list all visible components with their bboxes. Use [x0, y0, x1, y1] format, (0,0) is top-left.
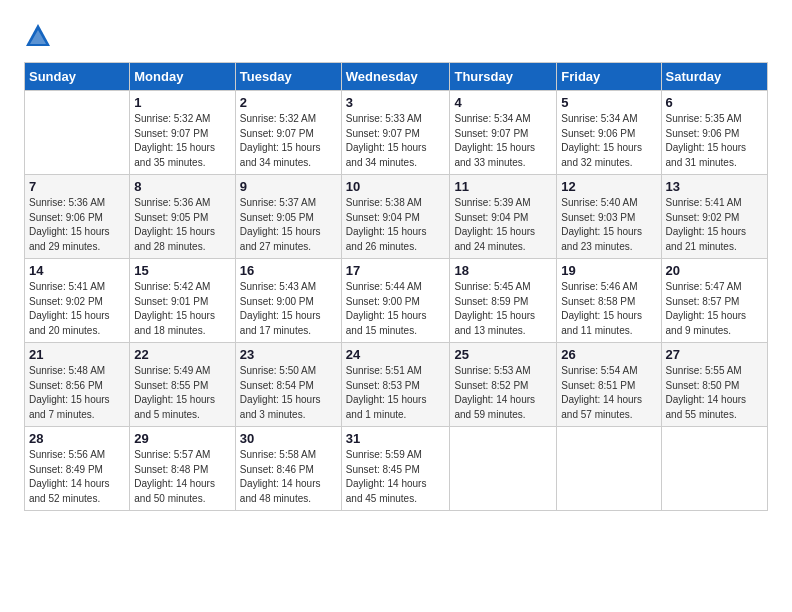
calendar-cell: 13Sunrise: 5:41 AM Sunset: 9:02 PM Dayli… [661, 175, 767, 259]
calendar-cell: 14Sunrise: 5:41 AM Sunset: 9:02 PM Dayli… [25, 259, 130, 343]
day-number: 29 [134, 431, 231, 446]
calendar-cell: 11Sunrise: 5:39 AM Sunset: 9:04 PM Dayli… [450, 175, 557, 259]
day-number: 28 [29, 431, 125, 446]
calendar-cell: 21Sunrise: 5:48 AM Sunset: 8:56 PM Dayli… [25, 343, 130, 427]
calendar-cell: 7Sunrise: 5:36 AM Sunset: 9:06 PM Daylig… [25, 175, 130, 259]
day-number: 12 [561, 179, 656, 194]
day-info: Sunrise: 5:34 AM Sunset: 9:07 PM Dayligh… [454, 112, 552, 170]
calendar-dow-thursday: Thursday [450, 63, 557, 91]
day-info: Sunrise: 5:47 AM Sunset: 8:57 PM Dayligh… [666, 280, 763, 338]
calendar-cell: 30Sunrise: 5:58 AM Sunset: 8:46 PM Dayli… [235, 427, 341, 511]
calendar-cell: 22Sunrise: 5:49 AM Sunset: 8:55 PM Dayli… [130, 343, 236, 427]
day-info: Sunrise: 5:32 AM Sunset: 9:07 PM Dayligh… [240, 112, 337, 170]
day-info: Sunrise: 5:34 AM Sunset: 9:06 PM Dayligh… [561, 112, 656, 170]
day-number: 19 [561, 263, 656, 278]
logo-icon [24, 22, 52, 50]
calendar-week-row: 7Sunrise: 5:36 AM Sunset: 9:06 PM Daylig… [25, 175, 768, 259]
day-number: 26 [561, 347, 656, 362]
day-info: Sunrise: 5:40 AM Sunset: 9:03 PM Dayligh… [561, 196, 656, 254]
calendar-cell: 9Sunrise: 5:37 AM Sunset: 9:05 PM Daylig… [235, 175, 341, 259]
calendar-cell: 2Sunrise: 5:32 AM Sunset: 9:07 PM Daylig… [235, 91, 341, 175]
day-number: 27 [666, 347, 763, 362]
day-info: Sunrise: 5:44 AM Sunset: 9:00 PM Dayligh… [346, 280, 446, 338]
day-info: Sunrise: 5:35 AM Sunset: 9:06 PM Dayligh… [666, 112, 763, 170]
day-info: Sunrise: 5:45 AM Sunset: 8:59 PM Dayligh… [454, 280, 552, 338]
calendar-cell: 1Sunrise: 5:32 AM Sunset: 9:07 PM Daylig… [130, 91, 236, 175]
day-info: Sunrise: 5:46 AM Sunset: 8:58 PM Dayligh… [561, 280, 656, 338]
day-number: 6 [666, 95, 763, 110]
day-info: Sunrise: 5:59 AM Sunset: 8:45 PM Dayligh… [346, 448, 446, 506]
calendar-cell: 28Sunrise: 5:56 AM Sunset: 8:49 PM Dayli… [25, 427, 130, 511]
day-number: 24 [346, 347, 446, 362]
calendar-cell: 8Sunrise: 5:36 AM Sunset: 9:05 PM Daylig… [130, 175, 236, 259]
calendar-cell: 24Sunrise: 5:51 AM Sunset: 8:53 PM Dayli… [341, 343, 450, 427]
day-info: Sunrise: 5:39 AM Sunset: 9:04 PM Dayligh… [454, 196, 552, 254]
day-info: Sunrise: 5:50 AM Sunset: 8:54 PM Dayligh… [240, 364, 337, 422]
day-number: 1 [134, 95, 231, 110]
day-number: 31 [346, 431, 446, 446]
calendar-cell: 23Sunrise: 5:50 AM Sunset: 8:54 PM Dayli… [235, 343, 341, 427]
calendar-cell: 26Sunrise: 5:54 AM Sunset: 8:51 PM Dayli… [557, 343, 661, 427]
day-number: 15 [134, 263, 231, 278]
calendar-dow-monday: Monday [130, 63, 236, 91]
calendar-cell: 5Sunrise: 5:34 AM Sunset: 9:06 PM Daylig… [557, 91, 661, 175]
calendar-cell: 31Sunrise: 5:59 AM Sunset: 8:45 PM Dayli… [341, 427, 450, 511]
day-info: Sunrise: 5:53 AM Sunset: 8:52 PM Dayligh… [454, 364, 552, 422]
calendar-week-row: 1Sunrise: 5:32 AM Sunset: 9:07 PM Daylig… [25, 91, 768, 175]
day-number: 23 [240, 347, 337, 362]
day-number: 2 [240, 95, 337, 110]
day-number: 14 [29, 263, 125, 278]
day-number: 30 [240, 431, 337, 446]
calendar-cell [661, 427, 767, 511]
day-info: Sunrise: 5:58 AM Sunset: 8:46 PM Dayligh… [240, 448, 337, 506]
day-info: Sunrise: 5:41 AM Sunset: 9:02 PM Dayligh… [29, 280, 125, 338]
calendar-cell: 20Sunrise: 5:47 AM Sunset: 8:57 PM Dayli… [661, 259, 767, 343]
day-number: 11 [454, 179, 552, 194]
calendar-cell: 16Sunrise: 5:43 AM Sunset: 9:00 PM Dayli… [235, 259, 341, 343]
calendar-dow-friday: Friday [557, 63, 661, 91]
calendar-cell [557, 427, 661, 511]
logo-area [24, 20, 56, 50]
calendar-week-row: 21Sunrise: 5:48 AM Sunset: 8:56 PM Dayli… [25, 343, 768, 427]
calendar-cell: 19Sunrise: 5:46 AM Sunset: 8:58 PM Dayli… [557, 259, 661, 343]
day-info: Sunrise: 5:43 AM Sunset: 9:00 PM Dayligh… [240, 280, 337, 338]
page: SundayMondayTuesdayWednesdayThursdayFrid… [0, 0, 792, 527]
calendar-cell: 25Sunrise: 5:53 AM Sunset: 8:52 PM Dayli… [450, 343, 557, 427]
day-number: 22 [134, 347, 231, 362]
day-info: Sunrise: 5:42 AM Sunset: 9:01 PM Dayligh… [134, 280, 231, 338]
day-info: Sunrise: 5:51 AM Sunset: 8:53 PM Dayligh… [346, 364, 446, 422]
day-number: 16 [240, 263, 337, 278]
day-info: Sunrise: 5:56 AM Sunset: 8:49 PM Dayligh… [29, 448, 125, 506]
calendar-cell: 17Sunrise: 5:44 AM Sunset: 9:00 PM Dayli… [341, 259, 450, 343]
calendar-dow-sunday: Sunday [25, 63, 130, 91]
day-info: Sunrise: 5:48 AM Sunset: 8:56 PM Dayligh… [29, 364, 125, 422]
day-info: Sunrise: 5:54 AM Sunset: 8:51 PM Dayligh… [561, 364, 656, 422]
calendar-week-row: 14Sunrise: 5:41 AM Sunset: 9:02 PM Dayli… [25, 259, 768, 343]
calendar-cell: 15Sunrise: 5:42 AM Sunset: 9:01 PM Dayli… [130, 259, 236, 343]
calendar-week-row: 28Sunrise: 5:56 AM Sunset: 8:49 PM Dayli… [25, 427, 768, 511]
calendar-table: SundayMondayTuesdayWednesdayThursdayFrid… [24, 62, 768, 511]
calendar-cell: 10Sunrise: 5:38 AM Sunset: 9:04 PM Dayli… [341, 175, 450, 259]
day-number: 18 [454, 263, 552, 278]
day-number: 17 [346, 263, 446, 278]
day-info: Sunrise: 5:38 AM Sunset: 9:04 PM Dayligh… [346, 196, 446, 254]
calendar-cell [450, 427, 557, 511]
calendar-header-row: SundayMondayTuesdayWednesdayThursdayFrid… [25, 63, 768, 91]
day-number: 25 [454, 347, 552, 362]
day-number: 8 [134, 179, 231, 194]
day-info: Sunrise: 5:57 AM Sunset: 8:48 PM Dayligh… [134, 448, 231, 506]
calendar-dow-tuesday: Tuesday [235, 63, 341, 91]
day-number: 20 [666, 263, 763, 278]
calendar-cell: 18Sunrise: 5:45 AM Sunset: 8:59 PM Dayli… [450, 259, 557, 343]
day-number: 4 [454, 95, 552, 110]
day-number: 10 [346, 179, 446, 194]
calendar-cell: 4Sunrise: 5:34 AM Sunset: 9:07 PM Daylig… [450, 91, 557, 175]
day-info: Sunrise: 5:49 AM Sunset: 8:55 PM Dayligh… [134, 364, 231, 422]
day-number: 5 [561, 95, 656, 110]
calendar-cell: 12Sunrise: 5:40 AM Sunset: 9:03 PM Dayli… [557, 175, 661, 259]
day-info: Sunrise: 5:41 AM Sunset: 9:02 PM Dayligh… [666, 196, 763, 254]
calendar-cell: 29Sunrise: 5:57 AM Sunset: 8:48 PM Dayli… [130, 427, 236, 511]
day-number: 7 [29, 179, 125, 194]
day-info: Sunrise: 5:55 AM Sunset: 8:50 PM Dayligh… [666, 364, 763, 422]
day-info: Sunrise: 5:36 AM Sunset: 9:06 PM Dayligh… [29, 196, 125, 254]
